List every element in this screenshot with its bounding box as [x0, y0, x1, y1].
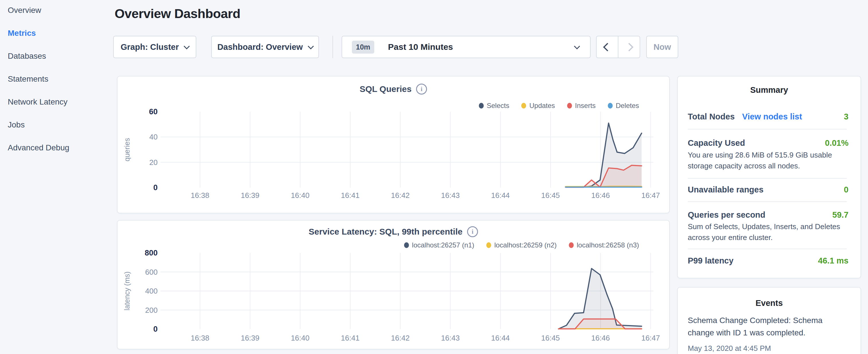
svg-text:16:40: 16:40	[291, 191, 309, 200]
service-latency-chart-card: Service Latency: SQL, 99th percentileloc…	[117, 220, 670, 349]
svg-text:16:43: 16:43	[441, 191, 460, 200]
svg-text:16:46: 16:46	[591, 191, 610, 200]
sidebar-item-jobs[interactable]: Jobs	[8, 121, 69, 129]
service-latency-sql-99th-percentile-plot[interactable]: 16:3816:3916:4016:4116:4216:4316:4416:45…	[118, 221, 670, 350]
chevron-down-icon	[308, 43, 313, 49]
svg-text:400: 400	[145, 287, 158, 295]
event-timestamp: May 13, 2020 at 4:45 PM	[688, 344, 771, 353]
summary-row-label: Total Nodes	[688, 112, 735, 122]
graph-dropdown[interactable]: Graph: Cluster	[113, 36, 196, 58]
summary-row-capacity-used: Capacity Used0.01%	[688, 137, 848, 149]
svg-text:16:39: 16:39	[241, 191, 259, 200]
svg-text:60: 60	[149, 107, 158, 116]
svg-text:16:38: 16:38	[191, 334, 209, 342]
summary-row-label: P99 latency	[688, 256, 734, 265]
svg-text:16:46: 16:46	[591, 334, 610, 342]
sidebar-item-advanced-debug[interactable]: Advanced Debug	[8, 144, 69, 152]
event-message[interactable]: Schema Change Completed: Schema change w…	[688, 314, 840, 339]
chevron-down-icon	[574, 43, 580, 49]
chevron-left-icon	[603, 43, 612, 51]
summary-panel: Summary Total NodesView nodes list3Capac…	[677, 76, 861, 279]
dashboard-dropdown-label: Dashboard: Overview	[217, 42, 303, 52]
summary-divider	[688, 249, 847, 249]
summary-row-value: 46.1 ms	[818, 256, 848, 265]
summary-divider	[688, 201, 847, 202]
summary-title: Summary	[678, 85, 861, 95]
svg-text:16:43: 16:43	[441, 334, 460, 342]
summary-row-value: 59.7	[833, 210, 848, 220]
summary-row-label: Unavailable ranges	[688, 185, 764, 194]
view-nodes-list-link[interactable]: View nodes list	[742, 112, 802, 122]
summary-row-value: 0	[844, 185, 848, 194]
time-prev-button[interactable]	[596, 36, 618, 58]
sidebar-item-databases[interactable]: Databases	[8, 52, 69, 60]
svg-text:16:47: 16:47	[641, 191, 660, 200]
summary-row-value: 0.01%	[825, 138, 848, 148]
summary-row-label: Capacity Used	[688, 138, 745, 148]
sidebar-item-metrics[interactable]: Metrics	[8, 29, 69, 37]
svg-text:600: 600	[145, 268, 158, 277]
summary-divider	[688, 129, 847, 129]
svg-text:20: 20	[149, 158, 158, 167]
svg-text:16:40: 16:40	[291, 334, 309, 342]
svg-text:16:42: 16:42	[391, 334, 409, 342]
sidebar-item-statements[interactable]: Statements	[8, 75, 69, 83]
page-title: Overview Dashboard	[115, 6, 241, 21]
sidebar-item-overview[interactable]: Overview	[8, 6, 69, 14]
graph-dropdown-label: Graph: Cluster	[121, 42, 179, 52]
time-range-dropdown[interactable]: 10m Past 10 Minutes	[342, 36, 591, 58]
svg-text:800: 800	[145, 249, 158, 257]
time-next-button[interactable]	[618, 36, 640, 58]
svg-text:queries: queries	[123, 138, 131, 162]
dashboard-dropdown[interactable]: Dashboard: Overview	[211, 36, 319, 58]
summary-row-description: Sum of Selects, Updates, Inserts, and De…	[688, 221, 854, 243]
svg-text:latency (ms): latency (ms)	[123, 271, 131, 311]
sidebar: OverviewMetricsDatabasesStatementsNetwor…	[8, 6, 69, 152]
svg-text:16:45: 16:45	[541, 334, 560, 342]
sql-queries-chart-card: SQL QueriesSelectsUpdatesInsertsDeletes1…	[117, 76, 670, 213]
chevron-right-icon	[625, 43, 633, 51]
summary-row-queries-per-second: Queries per second59.7	[688, 209, 848, 221]
svg-text:16:41: 16:41	[341, 191, 360, 200]
sidebar-item-network-latency[interactable]: Network Latency	[8, 98, 69, 106]
time-range-badge: 10m	[352, 41, 374, 54]
events-panel: Events Schema Change Completed: Schema c…	[677, 287, 861, 354]
summary-row-value: 3	[844, 112, 848, 122]
summary-row-total-nodes: Total NodesView nodes list3	[688, 111, 848, 122]
sql-queries-plot[interactable]: 16:3816:3916:4016:4116:4216:4316:4416:45…	[118, 76, 670, 214]
time-range-label: Past 10 Minutes	[388, 42, 453, 52]
controls-divider	[333, 36, 333, 58]
now-button-label: Now	[653, 42, 671, 52]
svg-text:200: 200	[145, 306, 158, 315]
svg-text:0: 0	[153, 325, 158, 333]
events-title: Events	[678, 298, 861, 308]
svg-text:40: 40	[149, 133, 158, 141]
summary-divider	[688, 178, 847, 179]
summary-row-unavailable-ranges: Unavailable ranges0	[688, 184, 848, 195]
svg-text:0: 0	[153, 183, 158, 192]
now-button[interactable]: Now	[646, 36, 678, 58]
summary-row-description: You are using 28.6 MiB of 515.9 GiB usab…	[688, 150, 854, 171]
svg-text:16:44: 16:44	[491, 191, 510, 200]
chevron-down-icon	[184, 43, 190, 49]
svg-text:16:42: 16:42	[391, 191, 409, 200]
svg-text:16:38: 16:38	[191, 191, 209, 200]
svg-text:16:39: 16:39	[241, 334, 259, 342]
svg-text:16:41: 16:41	[341, 334, 360, 342]
svg-text:16:44: 16:44	[491, 334, 510, 342]
overview-dashboard-page: OverviewMetricsDatabasesStatementsNetwor…	[0, 0, 868, 354]
summary-row-label: Queries per second	[688, 210, 766, 220]
svg-text:16:45: 16:45	[541, 191, 560, 200]
summary-row-p99-latency: P99 latency46.1 ms	[688, 255, 848, 266]
svg-text:16:47: 16:47	[641, 334, 660, 342]
